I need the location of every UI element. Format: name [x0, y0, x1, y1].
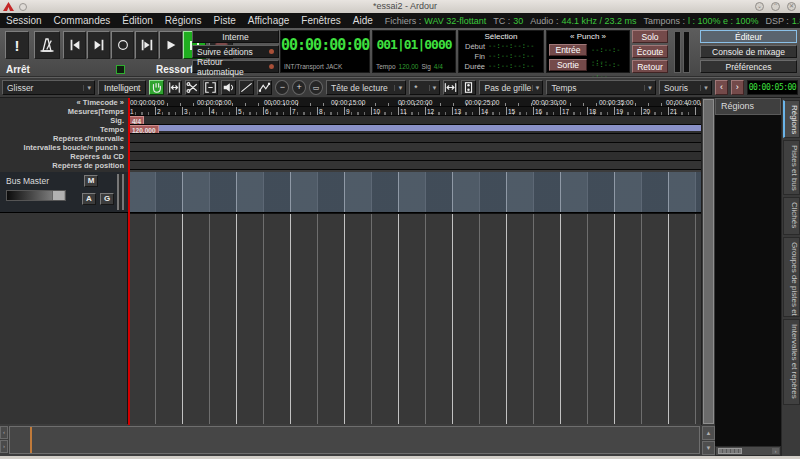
scroll-down-button[interactable]: ▼: [702, 441, 715, 455]
editor-mixer-button[interactable]: [461, 80, 476, 95]
summary-left-button[interactable]: ‹: [0, 426, 8, 439]
tab-track-groups[interactable]: Groupes de pistes et bus: [783, 237, 800, 317]
solo-button[interactable]: Solo: [632, 30, 668, 43]
nudge-clock[interactable]: 00:00:05:00: [747, 80, 798, 95]
spring-toggle[interactable]: [116, 65, 125, 74]
window-menu-icon[interactable]: [19, 3, 27, 11]
menu-item[interactable]: Piste: [208, 15, 242, 26]
ruler-label[interactable]: « Timecode »: [0, 98, 128, 107]
tempo-marker[interactable]: 120,000: [129, 125, 159, 134]
zoom-fit-button[interactable]: ▭: [309, 80, 323, 95]
gain-slider[interactable]: [6, 190, 66, 201]
editor-window-button[interactable]: Éditeur: [700, 30, 797, 43]
ruler-label[interactable]: Repères de position: [0, 161, 128, 170]
zoom-in-button[interactable]: +: [292, 80, 306, 95]
regions-list-header[interactable]: Régions: [715, 98, 781, 115]
tab-regions[interactable]: Régions: [783, 100, 800, 138]
meter-ruler[interactable]: 4/4: [128, 116, 701, 125]
automation-button[interactable]: A: [82, 193, 96, 205]
primary-clock[interactable]: 00:00:00:00 INT/Transport JACK: [280, 30, 370, 73]
editor-canvas[interactable]: [128, 213, 701, 424]
menu-item[interactable]: Fenêtres: [295, 15, 346, 26]
minimize-button[interactable]: ⌄: [755, 2, 764, 11]
cd-markers-ruler[interactable]: [128, 152, 701, 161]
zoom-state-select[interactable]: *▼: [409, 80, 440, 95]
edit-mode-select[interactable]: Glisser▼: [2, 80, 95, 95]
regions-hscroll-arrow[interactable]: ›: [772, 448, 779, 454]
loop-button[interactable]: [111, 31, 134, 59]
meter-marker[interactable]: 4/4: [129, 116, 144, 125]
gain-slider-thumb[interactable]: [52, 191, 64, 200]
menu-item[interactable]: Commandes: [48, 15, 117, 26]
nudge-back-button[interactable]: ‹: [715, 80, 728, 95]
maximize-button[interactable]: ⌃: [771, 2, 780, 11]
tab-tracks-buses[interactable]: Pistes et bus: [783, 140, 800, 195]
regions-hscrollbar[interactable]: ›: [715, 446, 781, 456]
mute-button[interactable]: M: [84, 175, 98, 187]
auto-return-button[interactable]: Retour automatique: [192, 60, 279, 73]
grab-tool-button[interactable]: [149, 80, 164, 95]
session-summary[interactable]: [9, 426, 700, 454]
track-header-master[interactable]: Bus Master M A G: [0, 172, 128, 213]
zoom-focus-select[interactable]: Tête de lecture▼: [326, 80, 406, 95]
nudge-forward-button[interactable]: ›: [731, 80, 744, 95]
goto-end-button[interactable]: [87, 31, 110, 59]
tab-snapshots[interactable]: Clichés: [783, 197, 800, 235]
preferences-button[interactable]: Préférences: [700, 60, 797, 73]
track-name[interactable]: Bus Master: [6, 176, 49, 186]
ruler-label[interactable]: Intervalles boucle/« punch »: [0, 143, 128, 152]
automation-tool-button[interactable]: [257, 80, 272, 95]
midi-panic-button[interactable]: !: [5, 31, 29, 59]
location-markers-ruler[interactable]: [128, 161, 701, 170]
tab-ranges-marks[interactable]: Intervalles et repères: [783, 319, 800, 405]
loop-punch-ruler[interactable]: [128, 143, 701, 152]
timecode-ruler[interactable]: 00:00:00:0000:00:05:0000:00:10:0000:00:1…: [128, 98, 701, 107]
range-tool-button[interactable]: [167, 80, 182, 95]
regions-hscroll-thumb[interactable]: [718, 448, 742, 454]
audition-button[interactable]: Écoute: [632, 45, 668, 58]
menu-item[interactable]: Session: [0, 15, 48, 26]
track-height-scrollbar[interactable]: [117, 174, 126, 210]
menu-item[interactable]: Affichage: [242, 15, 296, 26]
track-lane-master[interactable]: [128, 172, 701, 213]
range-markers-ruler[interactable]: [128, 134, 701, 143]
bars-ruler[interactable]: 123456789101112131415161718192021: [128, 107, 701, 116]
edit-point-select[interactable]: Souris▼: [659, 80, 712, 95]
playhead[interactable]: [128, 98, 130, 425]
menu-item[interactable]: Aide: [347, 15, 379, 26]
secondary-clock[interactable]: 001|01|0000 Tempo 120,00 Sig 4/4: [372, 30, 456, 73]
menu-item[interactable]: Édition: [116, 15, 159, 26]
grid-unit-select[interactable]: Temps▼: [546, 80, 655, 95]
ruler-label[interactable]: Tempo: [0, 125, 128, 134]
sync-source-button[interactable]: Interne: [192, 30, 279, 43]
ruler-label[interactable]: Mesures|Temps: [0, 107, 128, 116]
ruler-label[interactable]: Sig.: [0, 116, 128, 125]
ruler-label[interactable]: Repères du CD: [0, 152, 128, 161]
punch-in-button[interactable]: Entrée: [549, 44, 587, 56]
zoom-out-button[interactable]: −: [275, 80, 289, 95]
feedback-button[interactable]: Retour: [632, 60, 668, 73]
punch-out-button[interactable]: Sortie: [549, 59, 587, 71]
smart-mode-button[interactable]: Intelligent: [98, 80, 146, 95]
metronome-button[interactable]: [34, 31, 60, 59]
close-button[interactable]: ✕: [787, 2, 796, 11]
ruler-label[interactable]: Repères d'intervalle: [0, 134, 128, 143]
draw-tool-button[interactable]: [239, 80, 254, 95]
vertical-scrollbar[interactable]: [701, 98, 715, 425]
audition-tool-button[interactable]: [221, 80, 236, 95]
menu-item[interactable]: Régions: [159, 15, 208, 26]
cut-tool-button[interactable]: [185, 80, 200, 95]
grid-mode-select[interactable]: Pas de grille▼: [479, 80, 543, 95]
group-button[interactable]: G: [100, 193, 114, 205]
mixer-window-button[interactable]: Console de mixage: [700, 45, 797, 58]
zoom-to-session-button[interactable]: [443, 80, 458, 95]
tempo-ruler[interactable]: 120,000: [128, 125, 701, 134]
scroll-up-button[interactable]: ▲: [702, 426, 715, 440]
play-range-button[interactable]: [135, 31, 158, 59]
summary-right-button[interactable]: ›: [0, 440, 8, 453]
play-button[interactable]: [159, 31, 182, 59]
stretch-tool-button[interactable]: [203, 80, 218, 95]
summary-view-cursor[interactable]: [30, 427, 32, 453]
goto-start-button[interactable]: [63, 31, 86, 59]
vertical-scrollbar-thumb[interactable]: [703, 99, 714, 424]
